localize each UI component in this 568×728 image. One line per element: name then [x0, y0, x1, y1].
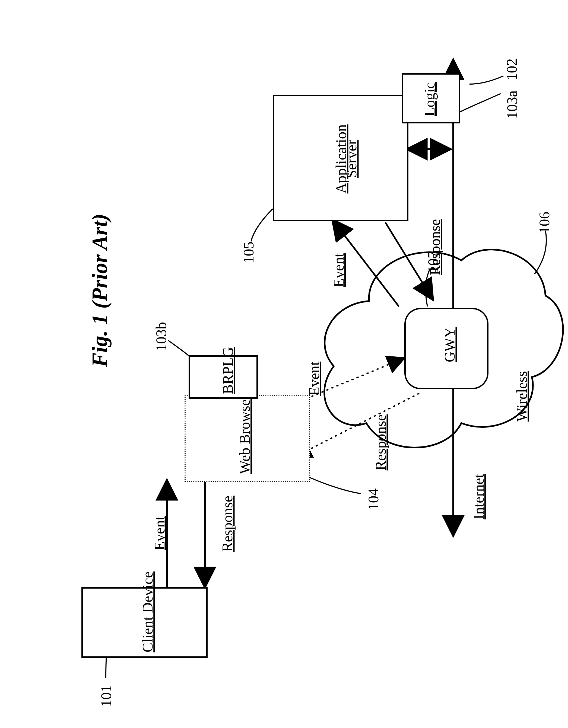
- gwy-label: GWY: [441, 327, 458, 362]
- leader-103a: [459, 94, 501, 113]
- ref-106: 106: [536, 212, 553, 234]
- label-client-event: Event: [151, 516, 168, 550]
- internet-label: Internet: [470, 474, 487, 519]
- ref-107: 107: [425, 251, 442, 273]
- figure-caption: Fig. 1 (Prior Art): [87, 214, 112, 367]
- label-gwy-event: Event: [330, 253, 347, 287]
- application-server-label-2: Server: [343, 140, 360, 178]
- leader-106: [535, 231, 546, 274]
- diagram-stage: Application Server Logic GWY Web Browser…: [0, 0, 568, 728]
- leader-104: [310, 477, 361, 494]
- label-browser-response: Response: [372, 414, 389, 471]
- ref-105: 105: [240, 242, 257, 264]
- ref-103a: 103a: [504, 91, 521, 119]
- ref-101: 101: [98, 685, 114, 707]
- leader-105: [251, 209, 273, 241]
- ref-102: 102: [503, 59, 520, 81]
- brplg-label: BRPLG: [219, 347, 236, 394]
- label-client-response: Response: [219, 496, 236, 552]
- wireless-label: Wireless: [513, 371, 530, 422]
- leader-102: [470, 76, 503, 84]
- web-browser-label: Web Browser: [236, 394, 253, 474]
- leader-103b: [168, 340, 190, 357]
- label-browser-event: Event: [306, 362, 323, 396]
- ref-103b: 103b: [153, 322, 170, 351]
- ref-104: 104: [365, 488, 382, 510]
- logic-label: Logic: [421, 82, 438, 116]
- client-device-label: Client Device: [139, 571, 156, 652]
